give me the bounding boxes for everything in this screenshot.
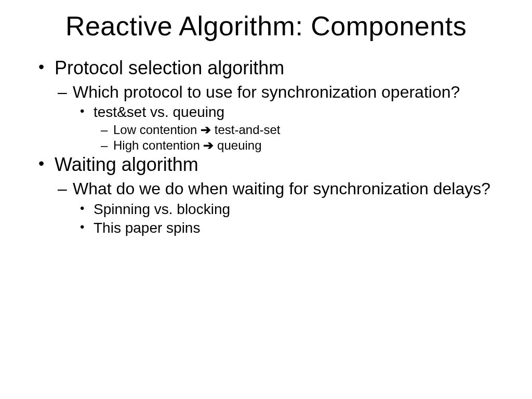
bullet-level3: Spinning vs. blocking xyxy=(77,201,506,218)
bullet-list: Protocol selection algorithm Which proto… xyxy=(36,57,506,236)
bullet-text-post: test-and-set xyxy=(211,123,280,137)
bullet-level1: Waiting algorithm xyxy=(36,154,506,176)
bullet-level2: Which protocol to use for synchronizatio… xyxy=(55,82,506,102)
bullet-level1: Protocol selection algorithm xyxy=(36,57,506,79)
arrow-right-icon: ➔ xyxy=(203,138,214,153)
slide-content: Protocol selection algorithm Which proto… xyxy=(26,57,506,236)
bullet-text-post: queuing xyxy=(214,138,261,152)
arrow-right-icon: ➔ xyxy=(201,123,211,137)
bullet-level3: test&set vs. queuing xyxy=(77,104,506,121)
bullet-level4: Low contention ➔ test-and-set xyxy=(98,123,506,137)
bullet-level2: What do we do when waiting for synchroni… xyxy=(55,179,506,198)
bullet-text-pre: Low contention xyxy=(113,123,201,137)
slide-title: Reactive Algorithm: Components xyxy=(26,10,506,42)
bullet-level4: High contention ➔ queuing xyxy=(98,138,506,153)
bullet-level3: This paper spins xyxy=(77,220,506,236)
bullet-text-pre: High contention xyxy=(113,138,203,152)
slide-container: Reactive Algorithm: Components Protocol … xyxy=(0,0,532,399)
